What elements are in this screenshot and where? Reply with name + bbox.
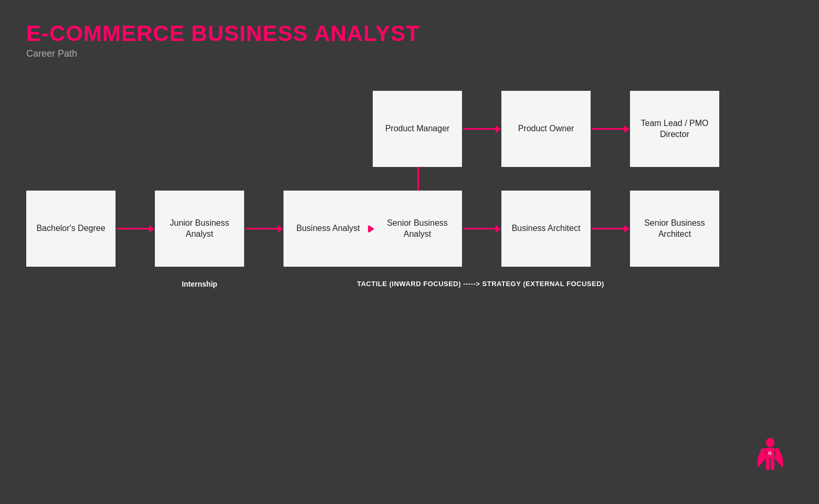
box-ba: Business Analyst — [284, 191, 373, 267]
box-product-owner: Product Owner — [501, 91, 591, 167]
arrow-ba2-to-sa — [592, 228, 629, 229]
box-business-arch: Business Architect — [501, 191, 591, 267]
svg-rect-4 — [761, 448, 766, 452]
arrow-jba-to-ba — [245, 228, 282, 229]
box-senior-ba: Senior Business Analyst — [373, 191, 462, 267]
label-tactile: TACTILE (INWARD FOCUSED) -----> STRATEGY… — [357, 280, 604, 288]
arrow-bach-to-jba — [117, 228, 154, 229]
connector-sba-pm — [417, 167, 419, 191]
label-internship: Internship — [155, 280, 244, 288]
logo-area: G — [753, 436, 788, 483]
arrow-pm-to-po — [463, 128, 500, 130]
diagram-area: Product Manager Product Owner Team Lead … — [0, 75, 819, 443]
box-bachelors: Bachelor's Degree — [26, 191, 116, 267]
arrow-po-to-tl — [592, 128, 629, 130]
svg-rect-3 — [771, 458, 774, 470]
page-subtitle: Career Path — [26, 48, 793, 59]
svg-text:G: G — [768, 450, 772, 456]
box-product-manager: Product Manager — [373, 91, 462, 167]
svg-rect-2 — [766, 458, 770, 470]
page-title: E-COMMERCE BUSINESS ANALYST — [26, 21, 793, 46]
superhero-logo: G — [753, 436, 788, 481]
svg-rect-5 — [774, 448, 780, 452]
box-team-lead: Team Lead / PMO Director — [630, 91, 719, 167]
arrow-sba-to-ba2 — [463, 228, 500, 229]
box-junior-ba: Junior Business Analyst — [155, 191, 244, 267]
box-senior-arch: Senior Business Architect — [630, 191, 719, 267]
svg-point-0 — [766, 438, 774, 447]
header-section: E-COMMERCE BUSINESS ANALYST Career Path — [0, 0, 819, 65]
